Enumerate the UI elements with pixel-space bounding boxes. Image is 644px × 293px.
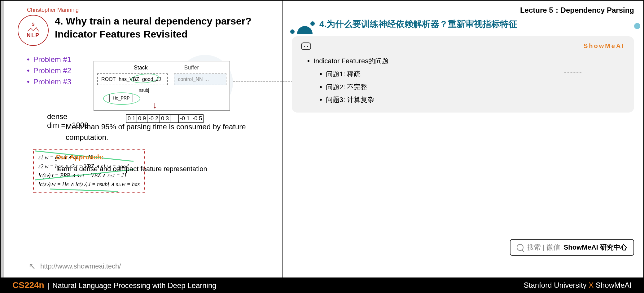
down-arrow-icon: ↓ (152, 100, 157, 110)
robot-icon: •_• (301, 42, 311, 50)
list-item: 问题1: 稀疏 (320, 68, 625, 81)
our-approach-heading: Our Approach: (56, 153, 103, 161)
stanford-nlp-logo: S NLP (18, 15, 49, 46)
section-title: 4.为什么要训练神经依赖解析器？重新审视指标特征 (310, 18, 634, 30)
dep-arc-label: nsubj (139, 88, 149, 93)
search-placeholder: 搜索 | 微信 (527, 243, 560, 252)
source-link[interactable]: ↖ http://www.showmeai.tech/ (28, 261, 121, 271)
mountain-icon (27, 27, 39, 32)
parsing-time-note: More than 95% of parsing time is consume… (66, 122, 282, 142)
brand-label: ShowMeAI (584, 42, 625, 50)
list-item: 问题3: 计算复杂 (320, 93, 625, 106)
notes-list: Indicator Features的问题 问题1: 稀疏 问题2: 不完整 问… (301, 55, 625, 106)
search-brand: ShowMeAI 研究中心 (564, 243, 627, 252)
dense-label: dense (47, 112, 67, 121)
search-icon (517, 244, 524, 251)
notes-area: Lecture 5：Dependency Parsing 4.为什么要训练神经依… (283, 1, 643, 277)
footer-x: X (589, 281, 594, 289)
approach-description: learn a dense and compact feature repres… (56, 165, 207, 173)
buffer-label: Buffer (184, 64, 199, 71)
lecture-label: Lecture 5：Dependency Parsing (292, 5, 634, 15)
notes-heading: Indicator Features的问题 (307, 55, 625, 68)
search-box[interactable]: 搜索 | 微信 ShowMeAI 研究中心 (510, 239, 634, 256)
buffer-box: control_NN … (174, 73, 227, 85)
slide-area: Christopher Manning S NLP 4. Why train a… (1, 1, 283, 277)
parser-state-diagram: Stack Buffer ROOT has_VBZ good_JJ contro… (94, 61, 230, 111)
footer-bar: CS224n | Natural Language Processing wit… (0, 277, 644, 293)
connector-dash-line (564, 72, 581, 73)
footer-brand: ShowMeAI (596, 281, 632, 289)
cursor-icon: ↖ (28, 261, 36, 271)
course-title: Natural Language Processing with Deep Le… (52, 281, 217, 290)
link-url: http://www.showmeai.tech/ (40, 262, 121, 270)
notes-panel: •_• ShowMeAI Indicator Features的问题 问题1: … (292, 36, 634, 113)
bullet-icon (310, 21, 315, 26)
deco-icon (290, 26, 313, 36)
deco-icon (634, 21, 640, 31)
dense-vector: 0.1 0.9 -0.2 0.3 … -0.1 -0.5 (126, 114, 204, 123)
list-item: 问题2: 不完整 (320, 81, 625, 94)
author-name: Christopher Manning (27, 7, 273, 13)
slide-title: 4. Why train a neural dependency parser?… (55, 15, 273, 41)
main-container: Christopher Manning S NLP 4. Why train a… (0, 0, 644, 277)
stack-label: Stack (134, 64, 148, 71)
course-code: CS224n (12, 280, 44, 290)
footer-university: Stanford University (524, 281, 587, 289)
hand-annotation (103, 92, 140, 105)
